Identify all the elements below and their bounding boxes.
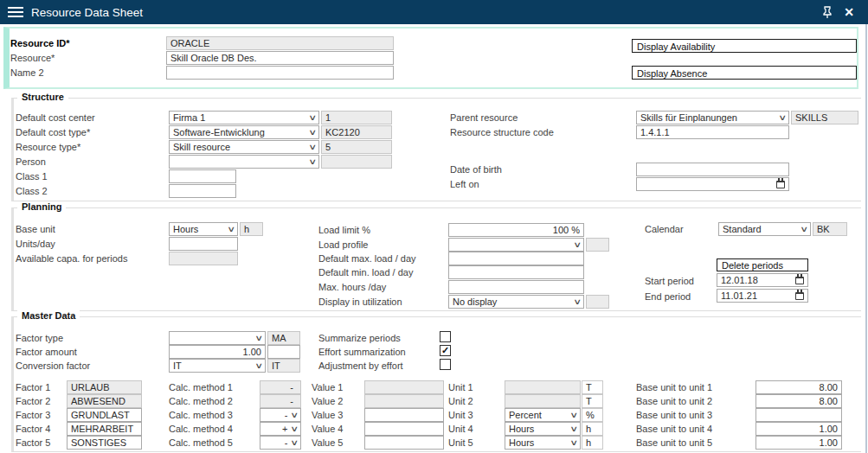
default-cost-type-dropdown[interactable]: Software-Entwicklung ∨ xyxy=(169,125,319,139)
end-period-label: End period xyxy=(645,291,691,302)
end-period-input[interactable]: 11.01.21 xyxy=(717,289,808,303)
display-absence-button[interactable]: Display Absence xyxy=(632,66,857,80)
value4-input[interactable] xyxy=(364,422,444,436)
summarize-periods-checkbox[interactable] xyxy=(440,331,451,342)
factor-type-code xyxy=(267,331,300,345)
end-period-value: 11.01.21 xyxy=(721,290,757,301)
factor3-input[interactable] xyxy=(67,408,142,422)
value4-label: Value 4 xyxy=(312,424,344,434)
factor-amount-input[interactable] xyxy=(169,345,266,359)
chevron-down-icon: ∨ xyxy=(570,412,579,419)
parent-resource-dropdown[interactable]: Skills für Einplanungen ∨ xyxy=(636,111,789,124)
factor4-input[interactable] xyxy=(67,422,142,436)
value5-input[interactable] xyxy=(364,436,444,450)
left-on-input[interactable] xyxy=(636,177,789,191)
load-limit-input[interactable] xyxy=(448,223,584,237)
parent-resource-label: Parent resource xyxy=(450,112,518,123)
chevron-down-icon: ∨ xyxy=(291,439,299,447)
base-unit1-input[interactable] xyxy=(755,380,842,394)
default-cost-center-dropdown[interactable]: Firma 1 ∨ xyxy=(169,111,319,124)
factor3-label: Factor 3 xyxy=(16,410,50,420)
calc-method5-dropdown[interactable]: - ∨ xyxy=(260,436,301,450)
value3-label: Value 3 xyxy=(312,410,344,420)
units-day-input[interactable] xyxy=(169,237,238,251)
resource-structure-code-label: Resource structure code xyxy=(450,127,554,137)
chevron-down-icon: ∨ xyxy=(309,144,318,151)
calc-method4-value: + xyxy=(264,424,290,434)
default-max-load-label: Default max. load / day xyxy=(318,253,416,264)
conversion-factor-dropdown[interactable]: IT ∨ xyxy=(169,359,266,373)
calc-method5-value: - xyxy=(264,437,290,448)
base-unit5-input[interactable] xyxy=(755,436,842,450)
chevron-down-icon: ∨ xyxy=(309,158,318,166)
calendar-dropdown[interactable]: Standard ∨ xyxy=(718,222,811,236)
calendar-icon[interactable] xyxy=(795,277,804,284)
base-unit-code xyxy=(240,222,263,236)
calendar-label: Calendar xyxy=(645,224,684,234)
adjustment-by-effort-checkbox[interactable] xyxy=(440,359,451,370)
default-cost-type-label: Default cost type* xyxy=(16,127,90,137)
load-profile-dropdown[interactable]: ∨ xyxy=(448,238,584,252)
class2-label: Class 2 xyxy=(16,186,48,196)
window-title: Resource Data Sheet xyxy=(31,6,143,19)
display-availability-button[interactable]: Display Availability xyxy=(632,39,857,53)
effort-summarization-checkbox[interactable]: ✓ xyxy=(440,345,451,356)
resource-name-input[interactable] xyxy=(166,51,394,65)
structure-legend: Structure xyxy=(17,92,68,102)
chevron-down-icon: ∨ xyxy=(291,412,299,419)
base-unit4-input[interactable] xyxy=(755,422,842,436)
title-bar: Resource Data Sheet ✕ xyxy=(0,0,868,24)
base-unit4-label: Base unit to unit 4 xyxy=(636,424,712,434)
calendar-icon[interactable] xyxy=(795,292,804,300)
chevron-down-icon: ∨ xyxy=(291,425,299,433)
load-limit-label: Load limit % xyxy=(318,225,370,235)
default-max-load-input[interactable] xyxy=(448,252,584,265)
base-unit3-input[interactable] xyxy=(755,408,842,422)
resource-header-panel xyxy=(3,27,858,89)
class2-input[interactable] xyxy=(169,184,236,198)
window-right-border xyxy=(865,24,867,453)
unit3-code: % xyxy=(582,408,603,422)
display-in-utilization-dropdown[interactable]: No display ∨ xyxy=(448,295,584,309)
pin-icon[interactable] xyxy=(821,6,833,19)
unit1-code: T xyxy=(582,380,603,394)
factor2-field xyxy=(67,394,142,408)
max-hours-day-input[interactable] xyxy=(448,280,584,294)
name2-input[interactable] xyxy=(166,66,394,80)
units-day-label: Units/day xyxy=(16,239,55,249)
base-unit2-label: Base unit to unit 2 xyxy=(636,396,712,406)
start-period-input[interactable]: 12.01.18 xyxy=(717,273,808,287)
value2-label: Value 2 xyxy=(312,396,344,406)
chevron-down-icon: ∨ xyxy=(570,425,579,433)
calendar-icon[interactable] xyxy=(776,181,785,188)
unit2-label: Unit 2 xyxy=(448,396,473,406)
factor-type-dropdown[interactable]: ∨ xyxy=(169,331,266,345)
unit3-dropdown[interactable]: Percent ∨ xyxy=(505,408,581,422)
base-unit2-input[interactable] xyxy=(755,394,842,408)
close-icon[interactable]: ✕ xyxy=(844,6,854,18)
resource-type-dropdown[interactable]: Skill resource ∨ xyxy=(169,140,319,154)
unit5-dropdown[interactable]: Hours ∨ xyxy=(505,436,581,450)
value3-input[interactable] xyxy=(364,408,444,422)
base-unit-dropdown[interactable]: Hours ∨ xyxy=(169,222,238,236)
conversion-factor-label: Conversion factor xyxy=(16,360,90,371)
factor5-input[interactable] xyxy=(67,436,142,450)
person-dropdown[interactable]: ∨ xyxy=(169,155,319,169)
resource-type-value: Skill resource xyxy=(173,142,308,152)
planning-legend: Planning xyxy=(17,201,66,212)
resource-structure-code-input[interactable] xyxy=(636,125,789,139)
calc-method3-dropdown[interactable]: - ∨ xyxy=(260,408,301,422)
class1-input[interactable] xyxy=(169,169,236,183)
calc-method4-dropdown[interactable]: + ∨ xyxy=(260,422,301,436)
unit1-label: Unit 1 xyxy=(448,382,473,392)
summarize-periods-label: Summarize periods xyxy=(318,333,401,343)
value5-label: Value 5 xyxy=(312,437,344,448)
calc-method2-label: Calc. method 2 xyxy=(169,396,233,406)
factor5-label: Factor 5 xyxy=(16,437,50,448)
max-hours-day-label: Max. hours /day xyxy=(318,282,386,292)
date-of-birth-input[interactable] xyxy=(636,163,789,176)
default-min-load-input[interactable] xyxy=(448,265,584,279)
delete-periods-button[interactable]: Delete periods xyxy=(717,258,808,271)
unit4-dropdown[interactable]: Hours ∨ xyxy=(505,422,581,436)
menu-icon[interactable] xyxy=(8,7,23,17)
